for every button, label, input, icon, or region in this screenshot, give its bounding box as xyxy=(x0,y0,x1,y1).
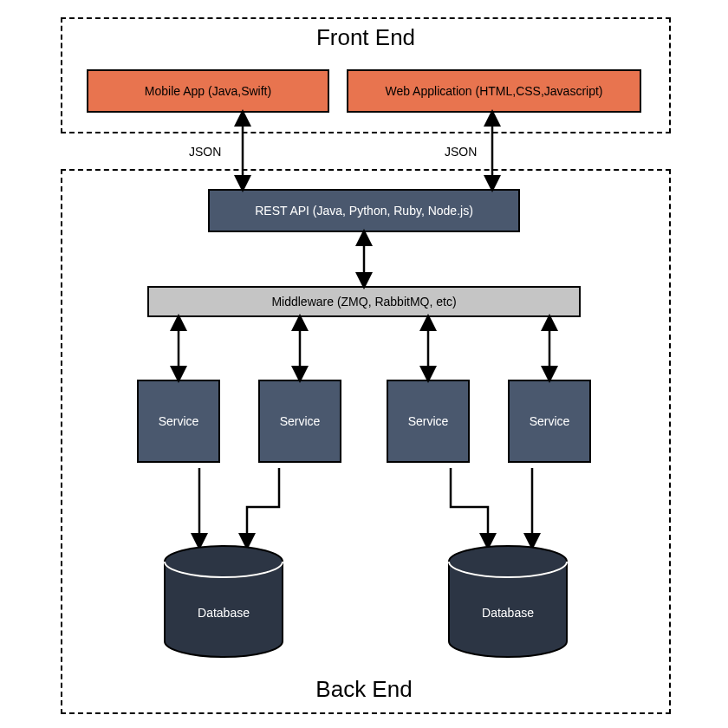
frontend-title: Front End xyxy=(62,24,669,51)
json-label-right: JSON xyxy=(445,145,477,159)
middleware-box: Middleware (ZMQ, RabbitMQ, etc) xyxy=(147,286,581,317)
web-app-box: Web Application (HTML,CSS,Javascript) xyxy=(347,69,641,113)
service-box-4: Service xyxy=(508,380,591,463)
service-box-2: Service xyxy=(258,380,341,463)
backend-title: Back End xyxy=(61,676,667,703)
rest-api-box: REST API (Java, Python, Ruby, Node.js) xyxy=(208,189,520,232)
mobile-app-box: Mobile App (Java,Swift) xyxy=(87,69,329,113)
service-box-3: Service xyxy=(387,380,470,463)
service-box-1: Service xyxy=(137,380,220,463)
json-label-left: JSON xyxy=(189,145,221,159)
